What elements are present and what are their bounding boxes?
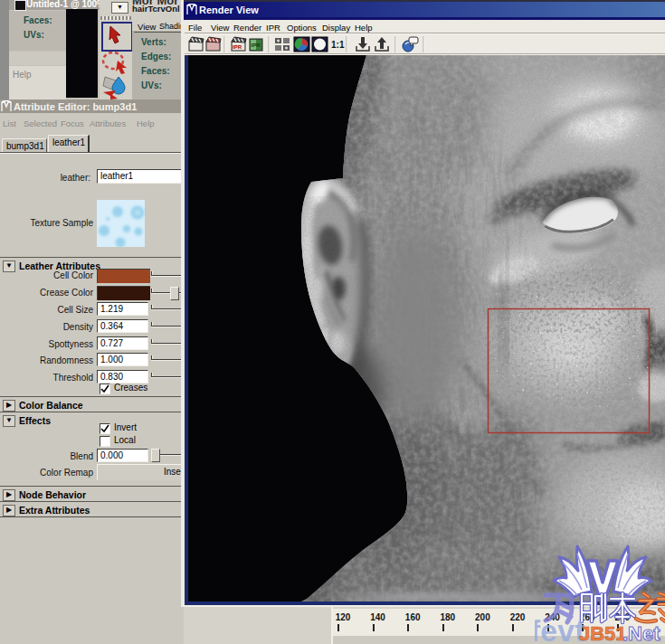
- svg-text:1:1: 1:1: [331, 40, 345, 50]
- svg-text:IPR: IPR: [233, 44, 242, 50]
- svg-text:IPR: IPR: [252, 43, 261, 48]
- svg-text:fevt: fevt: [535, 613, 584, 644]
- svg-text:.Net: .Net: [622, 622, 660, 644]
- svg-text:JB51: JB51: [579, 622, 627, 644]
